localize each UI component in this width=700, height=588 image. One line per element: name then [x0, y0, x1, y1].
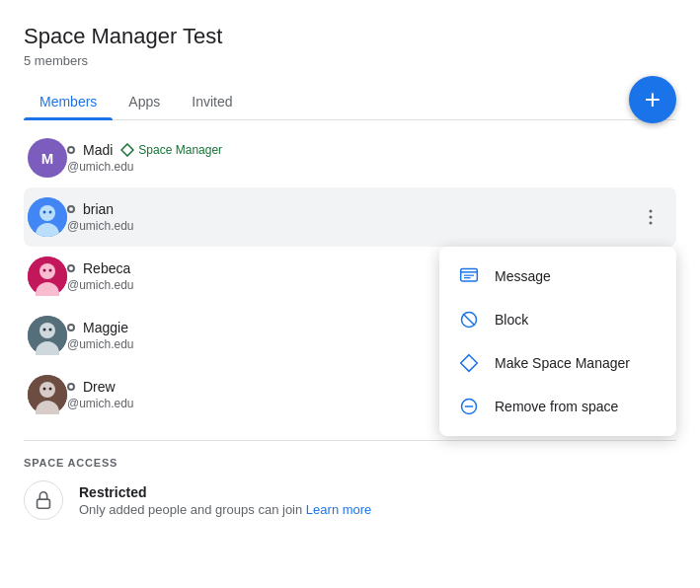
svg-point-4 [49, 211, 52, 214]
member-email: @umich.edu [67, 219, 633, 233]
tab-invited[interactable]: Invited [176, 84, 248, 119]
menu-item-block[interactable]: Block [439, 298, 676, 341]
tab-members[interactable]: Members [24, 84, 113, 119]
tab-apps[interactable]: Apps [113, 84, 176, 119]
member-info: Madi Space Manager @umich.edu [67, 142, 672, 174]
avatar [28, 257, 67, 296]
page-title: Space Manager Test [24, 24, 676, 49]
member-name-row: brian [67, 201, 633, 217]
menu-item-make-space-manager[interactable]: Make Space Manager [439, 341, 676, 385]
avatar [28, 375, 67, 414]
svg-point-1 [39, 205, 55, 221]
diamond-icon [120, 143, 134, 157]
svg-point-24 [43, 329, 46, 331]
presence-dot [67, 205, 75, 213]
menu-item-block-label: Block [495, 312, 528, 328]
svg-point-25 [49, 329, 52, 331]
plus-icon: + [645, 86, 661, 113]
access-info: Restricted Only added people and groups … [79, 484, 676, 517]
table-row: brian @umich.edu [24, 187, 676, 247]
space-manager-badge: Space Manager [120, 143, 222, 157]
access-row: Restricted Only added people and groups … [24, 480, 676, 520]
svg-point-6 [650, 216, 653, 219]
svg-point-20 [49, 269, 52, 272]
message-icon [459, 266, 479, 286]
lock-icon [33, 489, 54, 511]
svg-point-17 [39, 263, 55, 279]
svg-point-5 [650, 210, 653, 213]
more-vert-icon [641, 207, 661, 227]
member-email: @umich.edu [67, 160, 672, 174]
context-menu: Message Block [439, 247, 676, 436]
tabs-row: Members Apps Invited + [24, 84, 676, 120]
page-container: Space Manager Test 5 members Members App… [0, 0, 700, 588]
add-member-button[interactable]: + [629, 76, 676, 123]
member-name: Madi [83, 142, 113, 158]
space-access-label: SPACE ACCESS [24, 457, 676, 469]
svg-point-7 [650, 222, 653, 225]
member-name: Drew [83, 379, 116, 395]
avatar [28, 316, 67, 355]
avatar-illustration [28, 316, 67, 355]
member-name-row: Madi Space Manager [67, 142, 672, 158]
block-icon [459, 310, 479, 330]
menu-item-make-space-manager-label: Make Space Manager [495, 355, 630, 371]
presence-dot [67, 264, 75, 272]
menu-item-message[interactable]: Message [439, 255, 676, 298]
svg-point-27 [39, 382, 55, 398]
member-name: brian [83, 201, 114, 217]
member-name: Maggie [83, 320, 128, 335]
svg-rect-31 [38, 499, 50, 508]
more-options-button[interactable] [633, 199, 668, 235]
presence-dot [67, 383, 75, 391]
avatar-illustration [28, 197, 67, 237]
avatar: M [28, 138, 67, 178]
access-description: Only added people and groups can join Le… [79, 502, 676, 517]
members-count: 5 members [24, 53, 676, 68]
space-access-section: SPACE ACCESS Restricted Only added peopl… [24, 440, 676, 536]
menu-item-remove-from-space[interactable]: Remove from space [439, 385, 676, 428]
avatar [28, 197, 67, 237]
svg-line-13 [463, 314, 475, 326]
members-list: M Madi Space Manager @umich.edu [24, 128, 676, 424]
svg-point-19 [43, 269, 46, 272]
access-title: Restricted [79, 484, 676, 500]
menu-item-remove-from-space-label: Remove from space [495, 399, 618, 414]
lock-icon-container [24, 480, 63, 520]
menu-item-message-label: Message [495, 268, 551, 284]
member-info: brian @umich.edu [67, 201, 633, 233]
member-name: Rebeca [83, 260, 130, 276]
svg-point-30 [49, 388, 52, 391]
remove-from-space-icon [459, 397, 479, 416]
svg-point-3 [43, 211, 46, 214]
svg-point-22 [39, 323, 55, 338]
table-row: M Madi Space Manager @umich.edu [24, 128, 676, 187]
presence-dot [67, 146, 75, 154]
svg-point-29 [43, 388, 46, 391]
learn-more-link[interactable]: Learn more [306, 502, 371, 517]
presence-dot [67, 324, 75, 331]
avatar-illustration [28, 257, 67, 296]
make-space-manager-icon [459, 353, 479, 373]
avatar-illustration [28, 375, 67, 414]
